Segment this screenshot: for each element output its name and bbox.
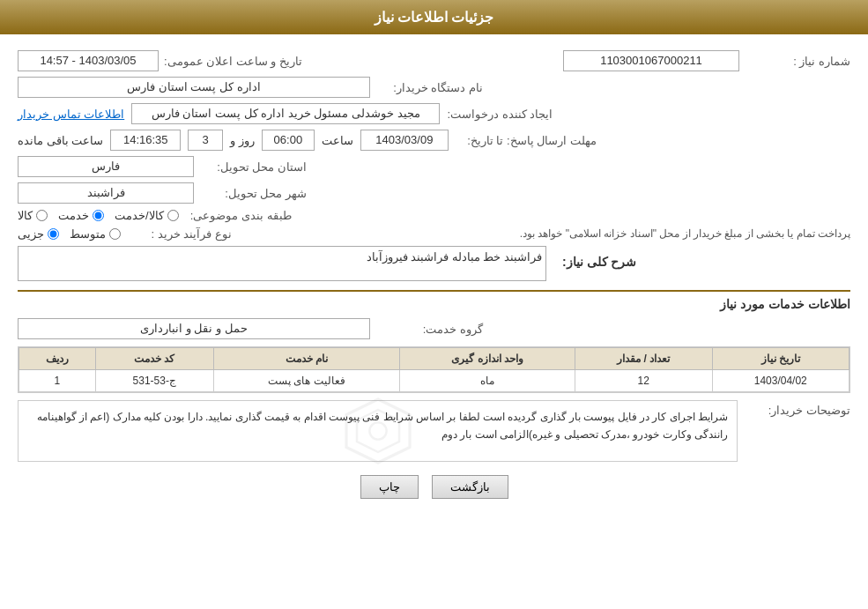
row-namdastgah: نام دستگاه خریدار: اداره کل پست استان فا…	[18, 77, 850, 98]
button-row: بازگشت چاپ	[18, 475, 850, 499]
group-label: گروه خدمت:	[377, 323, 483, 336]
radio-motevaset: متوسط	[70, 227, 121, 241]
cell-kod: ج-53-531	[95, 370, 213, 392]
services-table: تاریخ نیاز تعداد / مقدار واحد اندازه گیر…	[18, 346, 850, 393]
col-vahed: واحد اندازه گیری	[399, 348, 575, 370]
toseeh-value: شرایط اجرای کار در فایل پیوست بار گذاری …	[18, 400, 738, 462]
namdastgah-value: اداره کل پست استان فارس	[18, 77, 370, 98]
mohlat-date: 1403/03/09	[360, 130, 449, 151]
cell-radif: 1	[19, 370, 96, 392]
mohlat-roz-label: روز و	[230, 134, 255, 147]
row-sharh: شرح کلی نیاز: فراشبند خط مبادله فراشبند …	[18, 246, 850, 281]
ijad-value: مجید خوشدلی مسئول خرید اداره کل پست استا…	[131, 103, 440, 124]
header-title: جزئیات اطلاعات نیاز	[375, 10, 494, 25]
col-radif: ردیف	[19, 348, 96, 370]
radio-kala-khadamat-label: کالا/خدمت	[115, 209, 164, 222]
mohlat-label: مهلت ارسال پاسخ: تا تاریخ:	[456, 134, 597, 147]
col-tedad: تعداد / مقدار	[575, 348, 712, 370]
col-nam: نام خدمت	[213, 348, 399, 370]
radio-khadamat-label: خدمت	[58, 209, 89, 222]
row-tabagheh: طبقه بندی موضوعی: کالا/خدمت خدمت کالا	[18, 209, 850, 222]
mohlat-saat2-value: 14:16:35	[110, 130, 181, 151]
sharh-label: شرح کلی نیاز:	[562, 255, 636, 269]
page-header: جزئیات اطلاعات نیاز	[0, 0, 868, 34]
tarikh-label: تاریخ و ساعت اعلان عمومی:	[164, 55, 302, 68]
ettelaat-link[interactable]: اطلاعات تماس خریدار	[18, 108, 124, 121]
row-toseeh: توضیحات خریدار: شرایط اجرای کار در فایل …	[18, 400, 850, 462]
ostan-label: استان محل تحویل:	[201, 160, 307, 174]
radio-motevaset-input[interactable]	[109, 228, 121, 240]
radio-khadamat: خدمت	[58, 209, 104, 222]
sharh-value: فراشبند خط مبادله فراشبند فیروزآباد	[18, 246, 546, 281]
row-shahr: شهر محل تحویل: فراشبند	[18, 182, 850, 204]
radio-kala-input[interactable]	[36, 210, 48, 221]
table-row: 1403/04/02 12 ماه فعالیت های پست ج-53-53…	[19, 370, 849, 392]
shahr-label: شهر محل تحویل:	[201, 187, 307, 200]
tabagheh-label: طبقه بندی موضوعی:	[186, 209, 292, 222]
row-group: گروه خدمت: حمل و نقل و انبارداری	[18, 318, 850, 339]
col-kod: کد خدمت	[95, 348, 213, 370]
shomara-label: شماره نیاز :	[745, 55, 850, 68]
radio-kala-label: کالا	[18, 209, 33, 222]
radio-khadamat-input[interactable]	[93, 210, 104, 221]
nooe-radio-group: متوسط جزیی	[18, 227, 121, 241]
col-tarikh: تاریخ نیاز	[712, 348, 849, 370]
shomara-value: 1103001067000211	[563, 50, 739, 71]
mohlat-roz-value: 3	[188, 130, 223, 151]
row-mohlat: مهلت ارسال پاسخ: تا تاریخ: 1403/03/09 سا…	[18, 130, 850, 151]
tarikh-group: تاریخ و ساعت اعلان عمومی: 1403/03/05 - 1…	[18, 50, 302, 71]
table-header-row: تاریخ نیاز تعداد / مقدار واحد اندازه گیر…	[19, 348, 849, 370]
ostan-value: فارس	[18, 156, 194, 177]
row-nooe: پرداخت تمام یا بخشی از مبلغ خریدار از مح…	[18, 227, 850, 241]
cell-nam: فعالیت های پست	[213, 370, 399, 392]
toseeh-text: شرایط اجرای کار در فایل پیوست بار گذاری …	[27, 408, 728, 444]
back-button[interactable]: بازگشت	[432, 475, 508, 499]
services-table-element: تاریخ نیاز تعداد / مقدار واحد اندازه گیر…	[19, 347, 849, 392]
mohlat-saat-value: 06:00	[262, 130, 315, 151]
radio-jozi-label: جزیی	[18, 227, 44, 241]
row-ijad: ایجاد کننده درخواست: مجید خوشدلی مسئول خ…	[18, 103, 850, 124]
tabagheh-radio-group: کالا/خدمت خدمت کالا	[18, 209, 179, 222]
row-shomara: شماره نیاز : 1103001067000211 تاریخ و سا…	[18, 50, 850, 71]
cell-tedad: 12	[575, 370, 712, 392]
mohlat-saat2-label: ساعت باقی مانده	[18, 134, 103, 147]
shahr-value: فراشبند	[18, 182, 194, 204]
radio-jozi-input[interactable]	[48, 228, 59, 240]
services-section: اطلاعات خدمات مورد نیاز گروه خدمت: حمل و…	[18, 290, 850, 393]
section-services-title: اطلاعات خدمات مورد نیاز	[18, 290, 850, 311]
cell-tarikh: 1403/04/02	[712, 370, 849, 392]
radio-kala: کالا	[18, 209, 48, 222]
sharh-section: شرح کلی نیاز: فراشبند خط مبادله فراشبند …	[18, 246, 850, 281]
content-area: شماره نیاز : 1103001067000211 تاریخ و سا…	[0, 34, 868, 508]
group-value: حمل و نقل و انبارداری	[18, 318, 370, 339]
namdastgah-label: نام دستگاه خریدار:	[377, 81, 483, 94]
row-ostan: استان محل تحویل: فارس	[18, 156, 850, 177]
tarikh-value: 1403/03/05 - 14:57	[18, 50, 159, 71]
print-button[interactable]: چاپ	[360, 475, 419, 499]
ijad-label: ایجاد کننده درخواست:	[447, 108, 553, 121]
radio-kala-khadamat-input[interactable]	[167, 210, 179, 221]
radio-jozi: جزیی	[18, 227, 59, 241]
nooe-note: پرداخت تمام یا بخشی از مبلغ خریدار از مح…	[520, 227, 850, 240]
nooe-label: نوع فرآیند خرید :	[126, 227, 232, 241]
page-wrapper: جزئیات اطلاعات نیاز شماره نیاز : 1103001…	[0, 0, 868, 609]
toseeh-label: توضیحات خریدار:	[745, 404, 850, 417]
radio-motevaset-label: متوسط	[70, 227, 106, 241]
cell-vahed: ماه	[399, 370, 575, 392]
mohlat-saat-label: ساعت	[322, 134, 353, 147]
nooe-group: نوع فرآیند خرید : متوسط جزیی	[18, 227, 232, 241]
radio-kala-khadamat: کالا/خدمت	[115, 209, 179, 222]
shomara-group: شماره نیاز : 1103001067000211	[563, 50, 850, 71]
